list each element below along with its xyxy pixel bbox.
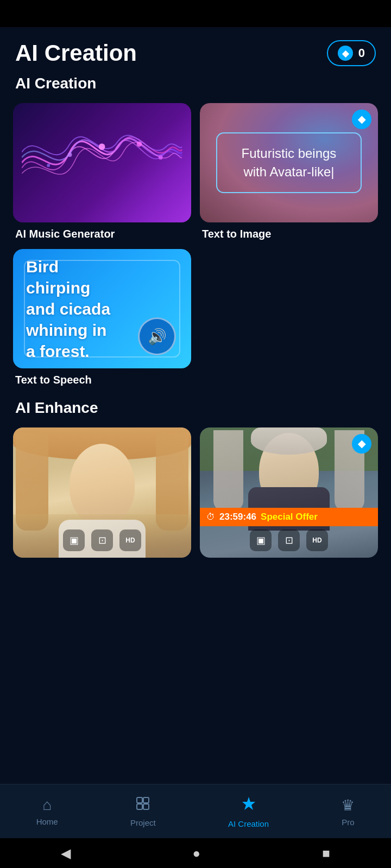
nav-home[interactable]: ⌂ Home [26, 792, 69, 831]
tts-bg: Bird chirping and cicada whining in a fo… [13, 249, 191, 368]
sys-back-button[interactable]: ◀ [61, 846, 71, 861]
svg-rect-8 [143, 804, 149, 809]
credit-badge[interactable]: ◆ 0 [327, 40, 376, 66]
svg-point-0 [99, 144, 105, 150]
ai-music-generator-card[interactable]: AI Music Generator [13, 103, 191, 240]
tti-bg: ◆ Futuristic beings with Avatar-like| [200, 103, 378, 222]
header: AI Creation ◆ 0 [0, 27, 391, 75]
nav-project[interactable]: Project [119, 792, 167, 832]
pro-icon: ♛ [341, 796, 355, 814]
svg-rect-6 [143, 797, 149, 803]
svg-rect-5 [137, 797, 142, 803]
nav-ai-creation-label: AI Creation [228, 819, 269, 828]
tti-prompt-box: Futuristic beings with Avatar-like| [216, 132, 362, 193]
enhance-icon-hd[interactable]: HD [119, 529, 141, 551]
svg-marker-9 [242, 797, 255, 810]
ai-music-thumb [13, 103, 191, 222]
ai-creation-section-title: AI Creation [13, 75, 378, 92]
sys-recent-button[interactable]: ■ [322, 846, 330, 861]
bottom-nav: ⌂ Home Project AI Creation ♛ Pro [0, 784, 391, 838]
system-nav-bar: ◀ ● ■ [0, 838, 391, 868]
status-bar [0, 0, 391, 27]
ai-music-label: AI Music Generator [13, 228, 191, 240]
enhance-card-1-icons: ▣ ⊡ HD [13, 529, 191, 551]
svg-point-3 [47, 164, 51, 167]
tts-label: Text to Speech [13, 374, 191, 386]
enhance-pro-badge: ◆ [352, 434, 371, 454]
tts-play-button[interactable]: 🔊 [138, 317, 176, 355]
svg-point-1 [68, 152, 72, 157]
enhance-offer-card[interactable]: ◆ ⏱ 23:59:46 Special Offer ▣ ⊡ [200, 427, 378, 558]
text-to-speech-card[interactable]: Bird chirping and cicada whining in a fo… [13, 249, 191, 386]
enhance-portrait-card[interactable]: ▣ ⊡ HD [13, 427, 191, 558]
tti-label: Text to Image [200, 228, 378, 240]
special-offer-text: Special Offer [261, 512, 318, 522]
svg-rect-7 [137, 804, 142, 809]
tti-pro-badge: ◆ [352, 110, 371, 129]
tts-preview-text: Bird chirping and cicada whining in a fo… [26, 256, 117, 362]
music-bg [13, 103, 191, 222]
credit-icon: ◆ [338, 46, 353, 61]
nav-home-label: Home [36, 817, 58, 826]
ai-enhance-grid: ▣ ⊡ HD [13, 427, 378, 558]
enhance2-icon-2[interactable]: ⊡ [278, 529, 300, 551]
svg-point-2 [137, 142, 142, 147]
nav-ai-creation[interactable]: AI Creation [217, 790, 280, 833]
credit-count: 0 [358, 46, 365, 60]
enhance-icon-1[interactable]: ▣ [63, 529, 85, 551]
ai-enhance-section: AI Enhance [0, 399, 391, 571]
enhance2-icon-hd[interactable]: HD [306, 529, 328, 551]
ai-creation-nav-icon [240, 795, 257, 816]
enhance2-icon-1[interactable]: ▣ [250, 529, 272, 551]
tti-prompt-text: Futuristic beings with Avatar-like| [242, 146, 337, 179]
tti-thumb: ◆ Futuristic beings with Avatar-like| [200, 103, 378, 222]
timer-clock-icon: ⏱ [206, 512, 215, 522]
ai-creation-grid: AI Music Generator ◆ Futuristic beings w… [13, 103, 378, 386]
nav-pro-label: Pro [342, 818, 354, 827]
tts-play-icon: 🔊 [148, 328, 167, 346]
sys-home-button[interactable]: ● [192, 846, 200, 861]
svg-point-4 [159, 155, 163, 159]
text-to-image-card[interactable]: ◆ Futuristic beings with Avatar-like| Te… [200, 103, 378, 240]
nav-pro[interactable]: ♛ Pro [330, 792, 365, 831]
enhance-card-2-icons: ▣ ⊡ HD [200, 529, 378, 551]
special-offer-bar[interactable]: ⏱ 23:59:46 Special Offer [200, 508, 378, 526]
page-title: AI Creation [15, 40, 137, 66]
ai-enhance-section-title: AI Enhance [13, 399, 378, 417]
project-icon [135, 796, 150, 815]
enhance-icon-2[interactable]: ⊡ [91, 529, 113, 551]
countdown-timer: 23:59:46 [219, 512, 256, 522]
home-icon: ⌂ [42, 796, 52, 814]
nav-project-label: Project [130, 818, 156, 827]
ai-creation-section: AI Creation [0, 75, 391, 399]
